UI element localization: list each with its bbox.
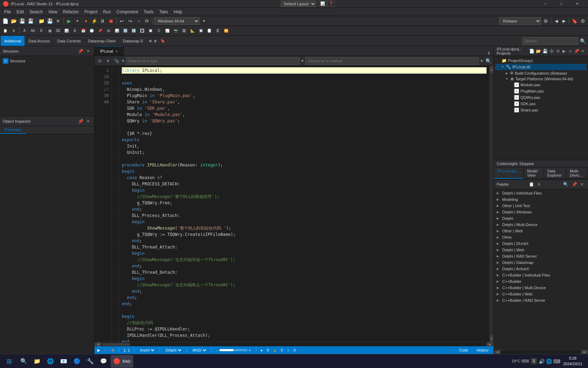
palette-item-delphi-windows[interactable]: ▶ Delphi | Windows — [494, 209, 588, 215]
encoding-select[interactable]: ANSI — [191, 348, 207, 353]
share-pas-item[interactable]: P Share.pas — [495, 107, 587, 113]
editor-tab-iplocal[interactable]: IPLocal ✕ — [94, 46, 124, 56]
tab-data-controls[interactable]: Data Controls — [54, 36, 84, 46]
view-code-btn[interactable]: Code — [457, 348, 470, 352]
save-all-btn[interactable]: 💾 — [27, 17, 34, 25]
tabs-prev-btn[interactable]: ◀ — [147, 39, 153, 43]
structure-item[interactable]: S Structure — [1, 57, 93, 64]
palette-pin-btn[interactable]: 📌 — [571, 181, 578, 188]
palette-scrollbar[interactable]: ◀ ▶ — [494, 350, 588, 354]
pb5[interactable]: B — [37, 27, 45, 35]
lang-indicator[interactable]: 英 — [531, 358, 537, 364]
pb21[interactable]: 📷 — [172, 27, 180, 35]
target-platforms-item[interactable]: ▼ 🖥 Target Platforms (Windows 64-bit) — [495, 76, 587, 82]
type-search-input[interactable] — [126, 57, 300, 65]
menu-help[interactable]: Help — [171, 8, 185, 16]
pb18[interactable]: 🔲 — [147, 27, 154, 35]
toggle2-btn[interactable]: ⚙ — [579, 17, 587, 25]
properties-tab[interactable]: Properties — [0, 126, 26, 134]
step-into-btn[interactable]: ↩ — [118, 17, 126, 25]
plugmain-pas-item[interactable]: P PlugMain.pas — [495, 88, 587, 94]
layout-dropdown[interactable]: Default Layout — [281, 1, 316, 7]
palette-item-delphi-web[interactable]: ▶ Delphi | Web — [494, 247, 588, 253]
palette-item-cpp[interactable]: ▶ C++Builder — [494, 278, 588, 285]
new-file-btn[interactable]: 📄 — [1, 17, 9, 25]
palette-item-delphi-dunitx[interactable]: ▶ Delphi | DUnitX — [494, 240, 588, 247]
projects-add-btn[interactable]: ➕ — [549, 48, 554, 54]
pause-btn[interactable]: ⏸ — [99, 17, 106, 25]
palette-view-btn2[interactable]: 🖱 — [536, 181, 542, 188]
horizontal-scrollbar[interactable]: ◀ ▶ — [94, 342, 493, 346]
language-select[interactable]: Delphi — [164, 348, 182, 353]
volume-icon[interactable]: 🔊 — [539, 359, 545, 364]
pb10[interactable]: 📅 — [79, 27, 87, 35]
zoom-plus-btn[interactable]: + — [248, 348, 252, 352]
zoom-minus-btn[interactable]: - — [216, 348, 219, 352]
run-cursor-btn[interactable]: → — [135, 17, 142, 25]
pb19[interactable]: 🗒 — [155, 27, 163, 35]
palette-search-icon[interactable]: 🔍 — [562, 182, 570, 187]
menu-tools[interactable]: Tools — [141, 8, 156, 16]
save-btn[interactable]: 💾 — [18, 17, 26, 25]
projects-open-btn[interactable]: 📂 — [536, 48, 541, 54]
palette-view-btn1[interactable]: 📋 — [528, 181, 534, 188]
palette-btn2[interactable]: 🖱 — [10, 27, 18, 35]
pb9[interactable]: 🗓 — [71, 27, 79, 35]
pb13[interactable]: ⊞ — [105, 27, 112, 35]
proj-tab-model[interactable]: Model View — [524, 168, 544, 179]
tab-datasnap-s[interactable]: Datasnap S — [119, 36, 146, 46]
type-search-dropdown[interactable]: ▼ — [121, 59, 125, 63]
palette-item-delphi-multi[interactable]: ▶ Delphi | Multi-Device — [494, 222, 588, 228]
projects-more-btn[interactable]: ▶ — [562, 48, 566, 54]
pb22[interactable]: 🖼 — [180, 27, 188, 35]
projects-close-btn[interactable]: ✕ — [581, 48, 585, 54]
module-pas-item[interactable]: P Module.pas — [495, 82, 587, 88]
menu-search[interactable]: Search — [27, 8, 46, 16]
type-dropdown-btn[interactable]: ▼ — [300, 59, 304, 63]
palette-item-other-web[interactable]: ▶ Other | Web — [494, 228, 588, 234]
palette-item-modeling[interactable]: ▶ Modeling — [494, 196, 588, 203]
platform-dropdown[interactable]: Windows 64-bit — [154, 17, 200, 25]
pb14[interactable]: 📊 — [113, 27, 121, 35]
trace-btn[interactable]: ⟳ — [143, 17, 151, 25]
taskbar-chrome[interactable]: 🔵 — [71, 355, 83, 368]
tabs-next-btn[interactable]: ▶ — [153, 39, 159, 43]
palette-item-cpp-rad[interactable]: ▶ C++Builder | RAD Server — [494, 297, 588, 304]
method-search-input[interactable] — [305, 57, 479, 65]
pb26[interactable]: 🎛 — [214, 27, 222, 35]
palette-item-delphi-rad[interactable]: ▶ Delphi | RAD Server — [494, 253, 588, 259]
palette-btn1[interactable]: 📋 — [1, 27, 9, 35]
code-editor[interactable]: library IPLocal; uses Winapi.Windows, Pl… — [119, 66, 489, 342]
maximize-button[interactable]: □ — [553, 0, 569, 8]
taskbar-outlook[interactable]: 📧 — [57, 355, 70, 368]
editor-icon3[interactable]: 📎 — [113, 57, 120, 65]
pb15[interactable]: 🔢 — [121, 27, 129, 35]
tab-additional[interactable]: Additional — [1, 36, 24, 46]
pb3[interactable]: A — [21, 27, 28, 35]
iplocal-dll-item[interactable]: ▼ 🔧 IPLocal.dll — [495, 64, 587, 70]
open-proj-btn[interactable]: 📁 — [37, 17, 45, 25]
proj-tab-iplocal[interactable]: IPLocal.dpr... — [494, 168, 524, 179]
step-out-btn[interactable]: ↪ — [126, 17, 134, 25]
qqwry-pas-item[interactable]: P QQWry.pas — [495, 94, 587, 101]
palette-item-cpp-multi[interactable]: ▶ C++Builder | Multi-Device — [494, 285, 588, 291]
palette-item-other[interactable]: ▶ Other — [494, 234, 588, 240]
obj-inspector-pin-btn[interactable]: 📌 — [77, 118, 84, 124]
stop-btn[interactable]: ⏹ — [107, 17, 115, 25]
pb11[interactable]: 🕐 — [88, 27, 96, 35]
editor-scrollbar[interactable]: ▲ ▼ — [489, 66, 493, 342]
taskbar-file-explorer[interactable]: 📁 — [31, 355, 43, 368]
close-proj-btn[interactable]: ✕ — [54, 17, 62, 25]
palette-item-delphi-datasnap[interactable]: ▶ Delphi | DataSnap — [494, 259, 588, 266]
sdk-pas-item[interactable]: P SDK.pas — [495, 101, 587, 107]
projects-new-btn[interactable]: 📄 — [529, 48, 534, 54]
build-configs-item[interactable]: ▶ ⚙ Build Configurations (Release) — [495, 70, 587, 76]
project-group-item[interactable]: 📁 ProjectGroup1 — [495, 57, 587, 64]
run-btn[interactable]: ▶ — [65, 17, 73, 25]
palette-item-cpp-individual[interactable]: ▶ C++Builder | Individual Files — [494, 272, 588, 278]
taskbar-teams[interactable]: 💬 — [97, 355, 110, 368]
pb20[interactable]: 📈 — [163, 27, 171, 35]
menu-component[interactable]: Component — [114, 8, 141, 16]
editor-icon2[interactable]: ▼ — [104, 57, 112, 65]
projects-pin-btn[interactable]: 📌 — [574, 48, 579, 54]
